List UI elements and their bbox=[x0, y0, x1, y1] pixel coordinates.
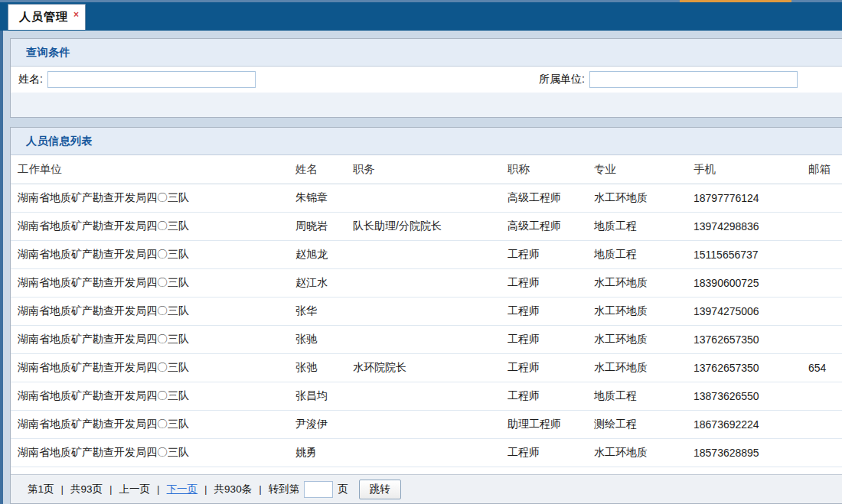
pager-separator: | bbox=[204, 483, 207, 495]
table-cell: 队长助理/分院院长 bbox=[346, 212, 501, 240]
list-panel-header: 人员信息列表 bbox=[11, 128, 842, 155]
table-row: 湖南省地质矿产勘查开发局四〇三队张昌均工程师地质工程13873626550 bbox=[11, 382, 842, 410]
table-cell bbox=[346, 297, 501, 325]
table-column-header: 专业 bbox=[587, 155, 687, 184]
tab-label: 人员管理 bbox=[19, 10, 68, 24]
table-cell bbox=[801, 184, 842, 212]
table-cell bbox=[801, 268, 842, 297]
table-cell: 工程师 bbox=[501, 438, 587, 467]
total-records-label: 共930条 bbox=[214, 483, 253, 496]
table-cell bbox=[801, 382, 842, 410]
table-cell: 13762657350 bbox=[687, 325, 801, 353]
table-cell bbox=[801, 212, 842, 240]
goto-page-input[interactable] bbox=[304, 481, 333, 498]
table-cell: 高级工程师 bbox=[501, 212, 587, 240]
name-input[interactable] bbox=[47, 71, 256, 88]
table-cell bbox=[346, 184, 501, 212]
table-cell: 赵江水 bbox=[289, 268, 346, 297]
table-cell: 654 bbox=[801, 353, 842, 382]
table-column-header: 职称 bbox=[501, 155, 587, 184]
table-cell bbox=[801, 240, 842, 268]
table-cell: 水工环地质 bbox=[587, 438, 687, 467]
table-cell: 湖南省地质矿产勘查开发局四〇三队 bbox=[11, 184, 289, 212]
table-cell: 湖南省地质矿产勘查开发局四〇三队 bbox=[11, 268, 289, 297]
table-cell: 13974298836 bbox=[687, 212, 801, 240]
table-column-header: 工作单位 bbox=[11, 155, 289, 184]
table-cell bbox=[801, 297, 842, 325]
personnel-list-panel: 人员信息列表 工作单位姓名职务职称专业手机邮箱 湖南省地质矿产勘查开发局四〇三队… bbox=[10, 127, 842, 504]
goto-prefix-label: 转到第 bbox=[269, 483, 300, 496]
table-cell bbox=[801, 410, 842, 438]
table-cell bbox=[346, 410, 501, 438]
personnel-table: 工作单位姓名职务职称专业手机邮箱 湖南省地质矿产勘查开发局四〇三队朱锦章高级工程… bbox=[11, 155, 842, 467]
table-cell: 湖南省地质矿产勘查开发局四〇三队 bbox=[11, 353, 289, 382]
unit-field-group: 所属单位: bbox=[539, 71, 798, 88]
table-row: 湖南省地质矿产勘查开发局四〇三队张弛水环院院长工程师水工环地质137626573… bbox=[11, 353, 842, 382]
table-cell: 工程师 bbox=[501, 240, 587, 268]
name-field-group: 姓名: bbox=[18, 71, 256, 88]
table-cell: 周晓岩 bbox=[289, 212, 346, 240]
table-row: 湖南省地质矿产勘查开发局四〇三队张驰工程师水工环地质13762657350 bbox=[11, 325, 842, 353]
table-cell: 水工环地质 bbox=[587, 184, 687, 212]
table-cell: 水工环地质 bbox=[587, 325, 687, 353]
query-panel-footer-area bbox=[11, 93, 842, 117]
pager-separator: | bbox=[61, 483, 64, 495]
table-cell: 湖南省地质矿产勘查开发局四〇三队 bbox=[11, 212, 289, 240]
table-cell: 地质工程 bbox=[587, 212, 687, 240]
goto-suffix-label: 页 bbox=[338, 483, 348, 496]
table-cell bbox=[346, 382, 501, 410]
table-cell bbox=[346, 240, 501, 268]
table-cell: 工程师 bbox=[501, 325, 587, 353]
query-form-row: 姓名: 所属单位: bbox=[11, 67, 842, 93]
tab-bar: 人员管理 × bbox=[0, 2, 842, 31]
table-cell: 张驰 bbox=[289, 325, 346, 353]
current-page-label: 第1页 bbox=[28, 483, 54, 496]
query-panel-header: 查询条件 bbox=[11, 39, 842, 67]
table-cell bbox=[346, 325, 501, 353]
table-column-header: 姓名 bbox=[289, 155, 346, 184]
table-cell: 13762657350 bbox=[687, 353, 801, 382]
table-cell: 助理工程师 bbox=[501, 410, 587, 438]
table-cell: 18390600725 bbox=[687, 268, 801, 297]
table-cell: 13873626550 bbox=[687, 382, 801, 410]
table-column-header: 职务 bbox=[346, 155, 501, 184]
pagination-bar: 第1页 | 共93页 | 上一页 | 下一页 | 共930条 | 转到第 页 跳… bbox=[11, 474, 842, 503]
table-cell: 张昌均 bbox=[289, 382, 346, 410]
table-cell: 18797776124 bbox=[687, 184, 801, 212]
table-cell: 18673692224 bbox=[687, 410, 801, 438]
table-cell: 水环院院长 bbox=[346, 353, 501, 382]
table-cell: 工程师 bbox=[501, 268, 587, 297]
table-cell: 测绘工程 bbox=[587, 410, 687, 438]
table-cell: 地质工程 bbox=[587, 382, 687, 410]
table-row: 湖南省地质矿产勘查开发局四〇三队尹浚伊助理工程师测绘工程18673692224 bbox=[11, 410, 842, 438]
table-cell: 赵旭龙 bbox=[289, 240, 346, 268]
table-cell: 姚勇 bbox=[289, 438, 346, 467]
table-cell: 湖南省地质矿产勘查开发局四〇三队 bbox=[11, 382, 289, 410]
unit-input[interactable] bbox=[589, 71, 798, 88]
table-cell: 地质工程 bbox=[587, 240, 687, 268]
table-cell: 湖南省地质矿产勘查开发局四〇三队 bbox=[11, 297, 289, 325]
table-row: 湖南省地质矿产勘查开发局四〇三队张华工程师水工环地质13974275006 bbox=[11, 297, 842, 325]
table-cell: 湖南省地质矿产勘查开发局四〇三队 bbox=[11, 410, 289, 438]
table-cell: 工程师 bbox=[501, 382, 587, 410]
tab-close-icon[interactable]: × bbox=[73, 10, 79, 19]
pager-separator: | bbox=[157, 483, 160, 495]
table-header-row: 工作单位姓名职务职称专业手机邮箱 bbox=[11, 155, 842, 184]
table-cell bbox=[801, 438, 842, 467]
table-cell: 18573628895 bbox=[687, 438, 801, 467]
pager-separator: | bbox=[109, 483, 113, 495]
table-cell: 朱锦章 bbox=[289, 184, 346, 212]
unit-field-label: 所属单位: bbox=[539, 73, 585, 86]
table-cell: 张华 bbox=[289, 297, 346, 325]
pager-separator: | bbox=[259, 483, 262, 495]
jump-button[interactable]: 跳转 bbox=[359, 480, 401, 499]
table-cell: 13974275006 bbox=[687, 297, 801, 325]
next-page-link[interactable]: 下一页 bbox=[167, 483, 198, 496]
table-cell: 高级工程师 bbox=[501, 184, 587, 212]
table-cell: 工程师 bbox=[501, 353, 587, 382]
tab-personnel-management[interactable]: 人员管理 × bbox=[8, 4, 86, 30]
table-cell: 湖南省地质矿产勘查开发局四〇三队 bbox=[11, 240, 289, 268]
table-cell bbox=[801, 325, 842, 353]
prev-page-link[interactable]: 上一页 bbox=[119, 483, 151, 496]
name-field-label: 姓名: bbox=[18, 73, 43, 86]
